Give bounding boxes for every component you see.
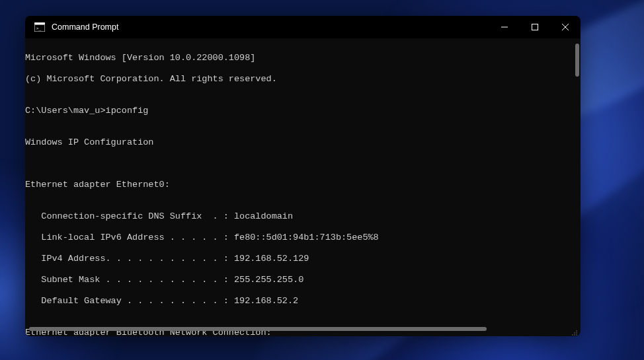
maximize-button[interactable] bbox=[520, 16, 550, 38]
close-button[interactable] bbox=[550, 16, 581, 38]
horizontal-scrollbar-thumb[interactable] bbox=[29, 327, 487, 331]
svg-point-9 bbox=[576, 332, 577, 334]
terminal-body[interactable]: Microsoft Windows [Version 10.0.22000.10… bbox=[25, 38, 581, 336]
svg-text:>_: >_ bbox=[36, 26, 42, 31]
svg-rect-1 bbox=[34, 22, 45, 25]
svg-point-7 bbox=[576, 330, 577, 332]
titlebar[interactable]: >_ Command Prompt bbox=[25, 16, 581, 38]
os-banner-line: Microsoft Windows [Version 10.0.22000.10… bbox=[25, 53, 581, 63]
prompt-path: C:\Users\mav_u> bbox=[25, 106, 106, 116]
ipv4-line: IPv4 Address. . . . . . . . . . . : 192.… bbox=[25, 254, 581, 264]
ipconfig-header: Windows IP Configuration bbox=[25, 137, 581, 148]
command-prompt-window: >_ Command Prompt Microsoft Windows [Ver… bbox=[25, 16, 581, 336]
resize-grip-icon[interactable] bbox=[571, 327, 578, 334]
vertical-scrollbar-thumb[interactable] bbox=[575, 44, 579, 77]
dns-suffix-line: Connection-specific DNS Suffix . : local… bbox=[25, 211, 581, 222]
svg-point-12 bbox=[576, 334, 577, 336]
svg-point-11 bbox=[574, 334, 575, 336]
cmd-icon: >_ bbox=[34, 22, 45, 32]
gateway-line: Default Gateway . . . . . . . . . : 192.… bbox=[25, 296, 581, 306]
prompt-command: ipconfig bbox=[106, 106, 149, 116]
subnet-line: Subnet Mask . . . . . . . . . . . : 255.… bbox=[25, 275, 581, 285]
svg-point-8 bbox=[574, 332, 575, 334]
window-controls bbox=[489, 16, 581, 38]
prompt-line: C:\Users\mav_u>ipconfig bbox=[25, 106, 581, 116]
window-title: Command Prompt bbox=[52, 22, 489, 32]
copyright-line: (c) Microsoft Corporation. All rights re… bbox=[25, 74, 581, 85]
horizontal-scrollbar-track[interactable] bbox=[29, 327, 567, 331]
ipv6-line: Link-local IPv6 Address . . . . . : fe80… bbox=[25, 233, 581, 243]
terminal-output: Microsoft Windows [Version 10.0.22000.10… bbox=[25, 42, 581, 336]
adapter-title: Ethernet adapter Ethernet0: bbox=[25, 180, 581, 190]
minimize-button[interactable] bbox=[489, 16, 520, 38]
svg-point-10 bbox=[572, 334, 573, 336]
svg-rect-4 bbox=[532, 24, 538, 30]
